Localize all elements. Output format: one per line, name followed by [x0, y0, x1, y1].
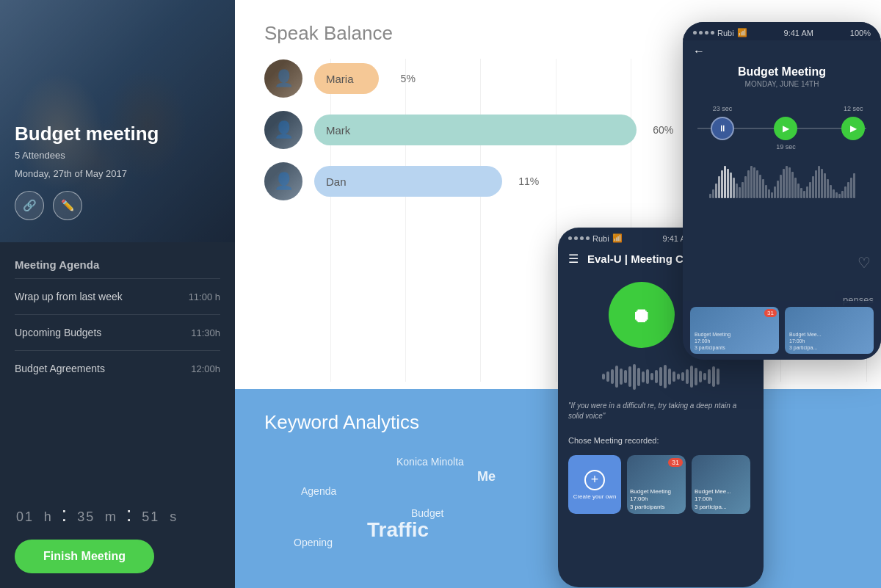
- finish-meeting-button[interactable]: Finish Meeting: [15, 540, 154, 573]
- speak-bar-wrap: Mark 60%: [314, 115, 852, 145]
- agenda-item: Wrap up from last week 11:00 h: [15, 278, 220, 314]
- meeting-date: Monday, 27th of May 2017: [15, 168, 159, 179]
- avatar-mark: 👤: [264, 111, 302, 149]
- speak-balance-panel: Speak Balance DATE 10-02-2017 👤: [235, 0, 881, 389]
- speak-row-maria: 👤 Maria 5%: [264, 59, 852, 98]
- agenda-item-time: 12:00h: [191, 363, 220, 374]
- date-label: DATE 10-02-2017: [786, 22, 866, 32]
- speak-pct-dan: 11%: [518, 175, 539, 187]
- speak-pct-maria: 5%: [401, 73, 416, 84]
- timer-sep3: s: [170, 509, 178, 524]
- hero-section: Budget meeting 5 Attendees Monday, 27th …: [0, 0, 235, 242]
- meeting-timer: 01 h : 35 m : 51 s: [15, 503, 179, 526]
- keyword-budget: Budget: [411, 507, 443, 519]
- left-bottom: 01 h : 35 m : 51 s Finish Meeting: [0, 488, 235, 588]
- timer-sep2: m: [105, 509, 117, 524]
- speak-row-dan: 👤 Dan 11%: [264, 162, 852, 200]
- speak-bar-wrap: Dan 11%: [314, 166, 852, 197]
- keyword-analytics-title: Keyword Analytics: [264, 411, 852, 434]
- attendees-count: 5 Attendees: [15, 150, 159, 161]
- agenda-item-label: Budget Agreements: [15, 363, 105, 374]
- right-area: Speak Balance DATE 10-02-2017 👤: [235, 0, 881, 588]
- agenda-item: Budget Agreements 12:00h: [15, 350, 220, 386]
- agenda-item-label: Upcoming Budgets: [15, 327, 101, 338]
- keyword-opening: Opening: [294, 537, 333, 548]
- left-panel: Budget meeting 5 Attendees Monday, 27th …: [0, 0, 235, 588]
- avatar-icon: 👤: [274, 120, 294, 139]
- keyword-me: Me: [477, 469, 496, 484]
- agenda-item: Upcoming Budgets 11:30h: [15, 314, 220, 350]
- speak-row-mark: 👤 Mark 60%: [264, 111, 852, 149]
- avatar-maria: 👤: [264, 59, 302, 98]
- timer-seconds: 51: [142, 509, 159, 524]
- timer-sep1: h: [44, 509, 53, 524]
- avatar-icon: 👤: [274, 172, 294, 191]
- agenda-section: Meeting Agenda Wrap up from last week 11…: [0, 242, 235, 393]
- edit-button[interactable]: ✏️: [53, 191, 82, 220]
- speak-bar-mark: Mark 60%: [314, 115, 637, 145]
- agenda-item-label: Wrap up from last week: [15, 291, 123, 302]
- avatar-dan: 👤: [264, 162, 302, 200]
- speak-rows: 👤 Maria 5% 👤 Mark 60%: [264, 59, 852, 200]
- timer-hours: 01: [16, 509, 34, 524]
- agenda-heading: Meeting Agenda: [15, 258, 220, 271]
- link-button[interactable]: 🔗: [15, 191, 44, 220]
- meeting-title: Budget meeting: [15, 123, 159, 145]
- hero-content: Budget meeting 5 Attendees Monday, 27th …: [15, 123, 159, 220]
- speak-bar-maria: Maria 5%: [314, 63, 379, 94]
- hero-action-icons: 🔗 ✏️: [15, 191, 159, 220]
- keyword-agenda: Agenda: [301, 485, 336, 497]
- speak-bar-dan: Dan 11%: [314, 166, 502, 197]
- agenda-list: Wrap up from last week 11:00 h Upcoming …: [15, 278, 220, 386]
- speak-pct-mark: 60%: [653, 124, 673, 136]
- keyword-analytics-panel: Keyword Analytics Konica Minolta Agenda …: [235, 389, 881, 588]
- speak-bar-wrap: Maria 5%: [314, 63, 852, 94]
- keyword-traffic: Traffic: [367, 518, 429, 542]
- avatar-icon: 👤: [274, 69, 294, 88]
- keywords-cloud: Konica Minolta Agenda Me Budget Traffic …: [264, 449, 852, 566]
- speak-balance-title: Speak Balance: [264, 22, 852, 45]
- agenda-item-time: 11:30h: [191, 327, 220, 338]
- keyword-konica: Konica Minolta: [396, 456, 464, 468]
- timer-minutes: 35: [77, 509, 95, 524]
- agenda-item-time: 11:00 h: [189, 291, 220, 302]
